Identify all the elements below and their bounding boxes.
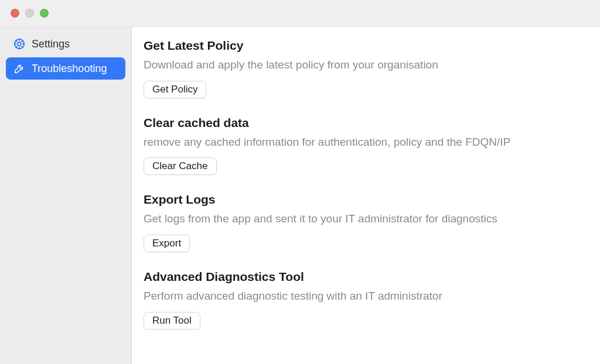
section-export-logs: Export Logs Get logs from the app and se… (144, 193, 582, 252)
svg-line-7 (22, 46, 23, 47)
clear-cache-button[interactable]: Clear Cache (144, 157, 217, 175)
app-window: Settings Troubleshooting Get Latest Poli… (0, 0, 600, 364)
titlebar (0, 0, 600, 27)
gear-icon (13, 37, 26, 50)
minimize-window-button[interactable] (25, 9, 34, 18)
section-get-latest-policy: Get Latest Policy Download and apply the… (144, 39, 582, 98)
section-title: Clear cached data (144, 116, 582, 130)
section-advanced-diagnostics: Advanced Diagnostics Tool Perform advanc… (144, 270, 582, 329)
section-description: remove any cached information for authen… (144, 135, 582, 150)
sidebar: Settings Troubleshooting (0, 27, 132, 364)
window-controls (11, 9, 49, 18)
close-window-button[interactable] (11, 9, 19, 18)
section-title: Advanced Diagnostics Tool (144, 270, 582, 284)
svg-line-9 (22, 40, 23, 42)
section-title: Export Logs (144, 193, 582, 207)
section-description: Download and apply the latest policy fro… (144, 57, 582, 73)
svg-line-8 (16, 46, 17, 47)
section-description: Perform advanced diagnostic testing with… (144, 289, 582, 304)
get-policy-button[interactable]: Get Policy (144, 81, 206, 98)
section-title: Get Latest Policy (144, 39, 582, 53)
svg-line-6 (16, 40, 17, 42)
section-clear-cached-data: Clear cached data remove any cached info… (144, 116, 582, 176)
maximize-window-button[interactable] (40, 9, 49, 18)
content-pane: Get Latest Policy Download and apply the… (132, 27, 600, 364)
sidebar-item-label: Settings (32, 38, 118, 50)
sidebar-item-settings[interactable]: Settings (6, 33, 125, 55)
run-tool-button[interactable]: Run Tool (144, 312, 200, 329)
export-button[interactable]: Export (144, 235, 190, 252)
svg-point-1 (18, 42, 21, 46)
app-body: Settings Troubleshooting Get Latest Poli… (0, 27, 600, 364)
section-description: Get logs from the app and sent it to you… (144, 211, 582, 226)
wrench-icon (13, 62, 26, 75)
sidebar-item-troubleshooting[interactable]: Troubleshooting (6, 57, 125, 80)
sidebar-item-label: Troubleshooting (32, 63, 118, 75)
